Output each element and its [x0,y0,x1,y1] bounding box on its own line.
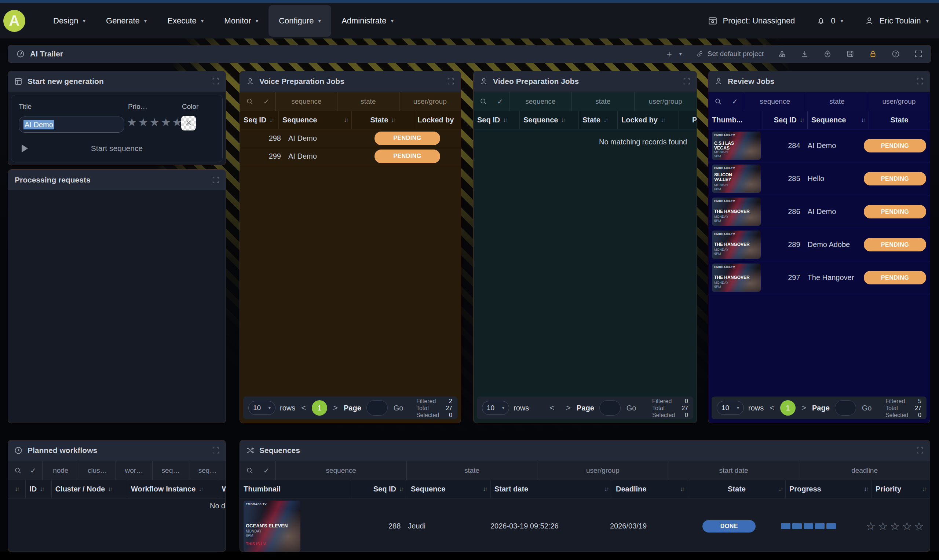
save-icon[interactable] [846,49,855,58]
check-filter-icon[interactable]: ✓ [264,97,270,106]
column-locked-by[interactable]: Locked by [414,111,461,129]
rows-per-page-select[interactable]: 10▾ [248,401,276,415]
table-row[interactable]: EMBRAC3.TV SILICON VALLEY MONDAY 6PM 285… [708,162,930,195]
start-sequence-button[interactable]: Start sequence [11,140,222,157]
column-state[interactable]: State↓↑ [688,480,785,498]
menu-execute[interactable]: Execute▾ [157,5,214,37]
filter-seq-1[interactable]: seq… [152,461,189,480]
current-page-button[interactable]: 1 [780,400,796,415]
filter-state[interactable]: state [806,92,868,111]
column-priority[interactable]: Priority [678,111,697,129]
lock-icon[interactable] [868,49,877,58]
expand-icon[interactable] [212,176,220,184]
filter-start-date[interactable]: start date [668,461,799,480]
go-button[interactable]: Go [393,404,404,412]
expand-icon[interactable] [683,77,691,85]
priority-stars[interactable]: ★★★★★ [127,116,183,129]
fullscreen-icon[interactable] [914,49,923,58]
column-state[interactable]: State↓↑ [578,111,617,129]
column-thumbnail[interactable]: Thumb... [708,111,763,129]
table-row[interactable]: EMBRAC3.TV OCEAN'S ELEVEN MONDAY 6PM THI… [240,498,930,552]
menu-design[interactable]: Design▾ [43,5,96,37]
search-icon[interactable] [714,97,722,106]
prev-page-button[interactable]: < [769,403,774,413]
filter-seq-2[interactable]: seq… [189,461,225,480]
table-row[interactable]: 298 AI Demo PENDING [240,129,461,147]
filter-state[interactable]: state [406,461,537,480]
project-selector[interactable]: Project: Unassigned [708,16,795,26]
filter-sequence[interactable]: sequence [509,92,572,111]
expand-icon[interactable] [916,77,924,85]
check-filter-icon[interactable]: ✓ [497,97,503,106]
search-icon[interactable] [480,97,487,106]
page-number-input[interactable] [599,400,621,415]
column-sequence[interactable]: Sequence↓↑ [520,111,578,129]
check-filter-icon[interactable]: ✓ [732,97,738,106]
filter-sequence[interactable]: sequence [276,461,406,480]
column-state[interactable]: State↓↑ [352,111,413,129]
column-sequence[interactable]: Sequence↓↑ [278,111,352,129]
expand-icon[interactable] [916,446,924,454]
table-row[interactable]: EMBRAC3.TV THE HANGOVER MONDAY 6PM 289 D… [708,228,930,261]
priority-stars[interactable]: ☆☆☆☆☆ [866,520,926,532]
upload-icon[interactable] [823,49,832,58]
column-progress[interactable]: Progress↓↑ [785,480,871,498]
filter-user-group[interactable]: user/group [537,461,668,480]
filter-deadline[interactable]: deadline [799,461,930,480]
column-sequence[interactable]: Sequence↓↑ [807,111,868,129]
current-page-button[interactable]: 1 [312,400,327,415]
rows-per-page-select[interactable]: 10▾ [717,401,744,415]
menu-generate[interactable]: Generate▾ [96,5,157,37]
expand-icon[interactable] [212,446,220,454]
color-swatch[interactable]: ✕ [181,116,196,131]
search-icon[interactable] [14,466,22,475]
prev-page-button[interactable]: < [549,403,554,413]
shapes-icon[interactable] [778,49,786,58]
menu-administrate[interactable]: Administrate▾ [331,5,404,37]
column-sequence[interactable]: Sequence↓↑ [407,480,490,498]
filter-user-group[interactable]: user/group [399,92,461,111]
next-page-button[interactable]: > [333,403,338,413]
go-button[interactable]: Go [626,404,637,412]
download-icon[interactable] [800,49,809,58]
expand-icon[interactable] [212,77,220,85]
column-seq-id[interactable]: Seq ID↓↑ [240,111,278,129]
set-default-project-button[interactable]: Set default project [696,50,764,58]
column-select[interactable]: ↓↑ [8,480,25,498]
add-widget-button[interactable]: + [666,49,672,58]
column-seq-id[interactable]: Seq ID↓↑ [763,111,807,129]
filter-user-group[interactable]: user/group [868,92,930,111]
check-filter-icon[interactable]: ✓ [30,466,36,475]
search-icon[interactable] [246,466,254,475]
column-thumbnail[interactable]: Thumbnail [240,480,350,498]
table-row[interactable]: EMBRAC3.TV C.S.I LAS VEGAS MONDAY 5PM 28… [708,129,930,162]
go-button[interactable]: Go [862,404,872,412]
column-locked-by[interactable]: Locked by↓↑ [617,111,678,129]
table-row[interactable]: EMBRAC3.TV THE HANGOVER MONDAY 5PM 286 A… [708,195,930,228]
column-priority[interactable]: Priority↓↑ [871,480,930,498]
column-seq-id[interactable]: Seq ID↓↑ [350,480,407,498]
column-workflow-instance[interactable]: Workflow Instance↓↑ [127,480,218,498]
notifications-menu[interactable]: 0 ▾ [816,16,843,26]
next-page-button[interactable]: > [802,403,806,413]
column-deadline[interactable]: Deadline↓↑ [612,480,688,498]
column-start-date[interactable]: Start date↓↑ [490,480,612,498]
menu-monitor[interactable]: Monitor▾ [214,5,268,37]
prev-page-button[interactable]: < [301,403,306,413]
check-filter-icon[interactable]: ✓ [264,466,270,475]
filter-state[interactable]: state [337,92,399,111]
page-number-input[interactable] [835,400,856,415]
column-id[interactable]: ID↓↑ [25,480,51,498]
app-logo[interactable]: A [3,10,25,32]
user-menu[interactable]: Eric Toulain ▾ [865,16,929,26]
column-cluster-node[interactable]: Cluster / Node↓↑ [51,480,127,498]
filter-user-group[interactable]: user/group [634,92,697,111]
table-row[interactable]: EMBRAC3.TV THE HANGOVER MONDAY 6PM 297 T… [708,261,930,294]
menu-configure[interactable]: Configure▾ [268,5,331,37]
next-page-button[interactable]: > [566,403,571,413]
filter-sequence[interactable]: sequence [276,92,337,111]
column-seq-id[interactable]: Seq ID↓↑ [473,111,520,129]
help-icon[interactable] [891,49,900,58]
column-workflow[interactable]: Workflow [218,480,225,498]
filter-state[interactable]: state [572,92,634,111]
